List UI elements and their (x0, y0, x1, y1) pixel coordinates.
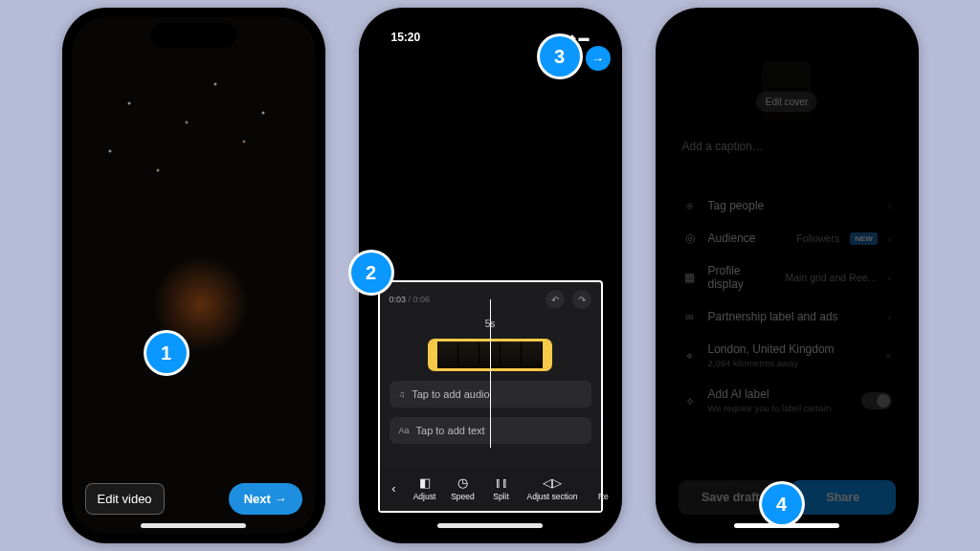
handshake-icon: ∞ (682, 310, 698, 323)
person-icon: ⍟ (682, 199, 698, 212)
next-button[interactable]: Next → (229, 483, 302, 515)
location-icon: ⌖ (682, 349, 698, 363)
phone-step-1: Edit video Next → 1 (62, 8, 325, 543)
adjust-section-icon: ◁▷ (543, 475, 562, 490)
caption-input[interactable]: Add a caption… (682, 140, 764, 153)
post-options: ⍟ Tag people › ◎ Audience Followers NEW … (665, 189, 909, 423)
tool-more[interactable]: Re (585, 472, 612, 505)
grid-icon: ▦ (682, 271, 698, 284)
option-tag-people[interactable]: ⍟ Tag people › (665, 189, 909, 222)
option-profile-display[interactable]: ▦ Profile display Main grid and Ree… › (665, 254, 909, 300)
step-badge-3: 3 (540, 36, 580, 77)
redo-button[interactable]: ↷ (572, 290, 591, 309)
speed-icon: ◷ (457, 475, 468, 490)
ai-label-toggle[interactable] (861, 392, 892, 409)
battery-icon (579, 31, 590, 44)
tool-split[interactable]: ⫿⫿Split (483, 472, 520, 505)
music-icon: ♫ (399, 389, 406, 399)
chevron-right-icon: › (888, 232, 892, 244)
share-button[interactable]: Share (791, 480, 896, 515)
chevron-right-icon: › (888, 311, 892, 322)
edit-cover-button[interactable]: Edit cover (756, 92, 817, 112)
toolbar-prev[interactable]: ‹ (384, 477, 405, 499)
sparkle-icon: ⟡ (682, 394, 698, 408)
chevron-right-icon: › (888, 200, 892, 211)
forward-button[interactable]: → (586, 46, 611, 71)
close-icon[interactable]: × (885, 350, 891, 362)
video-preview (72, 17, 316, 534)
text-icon: Aa (399, 426, 410, 435)
home-indicator (437, 523, 543, 528)
timecode: 0:03 / 0:06 (390, 295, 431, 304)
home-indicator (734, 523, 839, 528)
split-icon: ⫿⫿ (495, 475, 508, 490)
phone-step-2-3: 15:20 0:03 / 0:06 ↶ ↷ 5s ♫ (359, 8, 622, 543)
option-partnership[interactable]: ∞ Partnership label and ads › (665, 300, 909, 333)
option-ai-label[interactable]: ⟡ Add AI label We require you to label c… (665, 378, 909, 423)
status-bar: 15:20 (368, 31, 612, 44)
phone-step-4: Edit cover Add a caption… ⍟ Tag people ›… (656, 8, 919, 543)
home-indicator (141, 523, 246, 528)
step-badge-2: 2 (351, 253, 391, 293)
playhead[interactable] (490, 299, 491, 448)
editor-toolbar: ‹ ◧Adjust ◷Speed ⫿⫿Split ◁▷Adjust sectio… (380, 465, 601, 511)
tool-speed[interactable]: ◷Speed (445, 472, 481, 505)
tool-adjust[interactable]: ◧Adjust (407, 472, 443, 505)
option-location[interactable]: ⌖ London, United Kingdom 2,094 kilometre… (665, 333, 909, 378)
adjust-icon: ◧ (419, 475, 431, 490)
option-audience[interactable]: ◎ Audience Followers NEW › (665, 222, 909, 254)
edit-video-button[interactable]: Edit video (85, 483, 165, 515)
status-time: 15:20 (391, 31, 421, 44)
tool-adjust-section[interactable]: ◁▷Adjust section (522, 472, 584, 505)
undo-button[interactable]: ↶ (546, 290, 565, 309)
audience-icon: ◎ (682, 231, 698, 245)
step-badge-1: 1 (146, 333, 187, 373)
chevron-right-icon: › (888, 272, 892, 283)
step-badge-4: 4 (762, 484, 802, 524)
